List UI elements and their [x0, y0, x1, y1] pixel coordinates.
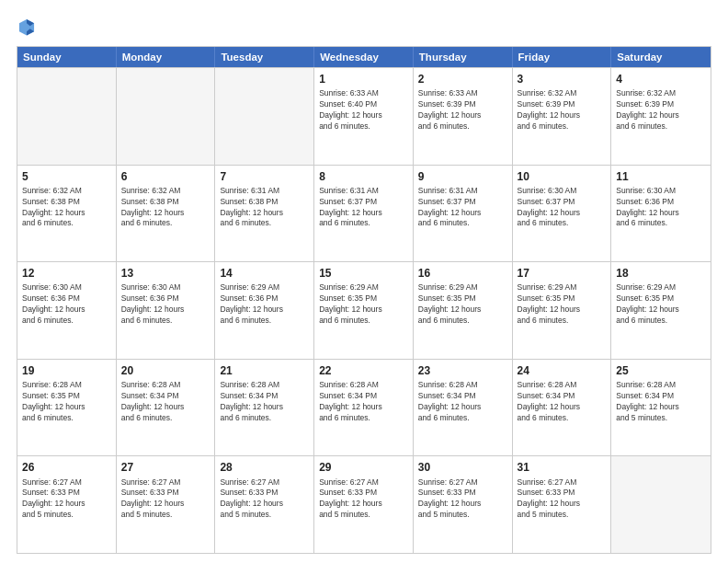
day-number: 7 — [220, 169, 309, 184]
day-number: 30 — [418, 460, 507, 475]
day-info: Sunrise: 6:30 AM Sunset: 6:36 PM Dayligh… — [22, 282, 111, 327]
weekday-header: Friday — [513, 47, 612, 67]
day-cell: 28Sunrise: 6:27 AM Sunset: 6:33 PM Dayli… — [215, 456, 314, 553]
day-cell: 23Sunrise: 6:28 AM Sunset: 6:34 PM Dayli… — [414, 360, 513, 456]
day-cell: 27Sunrise: 6:27 AM Sunset: 6:33 PM Dayli… — [117, 456, 216, 553]
day-cell: 4Sunrise: 6:32 AM Sunset: 6:39 PM Daylig… — [611, 68, 711, 165]
calendar-week: 1Sunrise: 6:33 AM Sunset: 6:40 PM Daylig… — [17, 67, 711, 165]
day-number: 29 — [319, 460, 408, 475]
day-number: 15 — [319, 266, 408, 281]
day-info: Sunrise: 6:29 AM Sunset: 6:36 PM Dayligh… — [220, 282, 309, 327]
day-cell: 21Sunrise: 6:28 AM Sunset: 6:34 PM Dayli… — [215, 360, 314, 456]
day-cell: 8Sunrise: 6:31 AM Sunset: 6:37 PM Daylig… — [314, 166, 414, 262]
day-cell: 10Sunrise: 6:30 AM Sunset: 6:37 PM Dayli… — [513, 166, 612, 262]
day-cell: 3Sunrise: 6:32 AM Sunset: 6:39 PM Daylig… — [513, 68, 612, 165]
calendar-header: SundayMondayTuesdayWednesdayThursdayFrid… — [17, 47, 711, 67]
page: SundayMondayTuesdayWednesdayThursdayFrid… — [0, 0, 728, 563]
day-info: Sunrise: 6:27 AM Sunset: 6:33 PM Dayligh… — [121, 477, 210, 522]
day-cell: 12Sunrise: 6:30 AM Sunset: 6:36 PM Dayli… — [17, 262, 117, 359]
empty-cell — [17, 68, 117, 165]
day-info: Sunrise: 6:31 AM Sunset: 6:38 PM Dayligh… — [220, 186, 309, 230]
day-cell: 1Sunrise: 6:33 AM Sunset: 6:40 PM Daylig… — [314, 68, 414, 165]
day-number: 17 — [518, 266, 607, 281]
day-cell: 13Sunrise: 6:30 AM Sunset: 6:36 PM Dayli… — [117, 262, 216, 359]
day-cell: 20Sunrise: 6:28 AM Sunset: 6:34 PM Dayli… — [117, 360, 216, 456]
day-number: 3 — [518, 72, 607, 86]
day-cell: 9Sunrise: 6:31 AM Sunset: 6:37 PM Daylig… — [414, 166, 513, 262]
day-info: Sunrise: 6:27 AM Sunset: 6:33 PM Dayligh… — [22, 477, 111, 522]
empty-cell — [215, 68, 314, 165]
day-info: Sunrise: 6:32 AM Sunset: 6:38 PM Dayligh… — [121, 186, 210, 230]
day-info: Sunrise: 6:29 AM Sunset: 6:35 PM Dayligh… — [518, 282, 607, 327]
day-cell: 2Sunrise: 6:33 AM Sunset: 6:39 PM Daylig… — [414, 68, 513, 165]
day-info: Sunrise: 6:27 AM Sunset: 6:33 PM Dayligh… — [418, 477, 507, 522]
day-info: Sunrise: 6:32 AM Sunset: 6:39 PM Dayligh… — [518, 88, 607, 132]
day-info: Sunrise: 6:32 AM Sunset: 6:39 PM Dayligh… — [616, 88, 706, 132]
day-number: 4 — [616, 72, 706, 86]
day-info: Sunrise: 6:28 AM Sunset: 6:34 PM Dayligh… — [616, 380, 706, 424]
day-number: 16 — [418, 266, 507, 281]
calendar-week: 26Sunrise: 6:27 AM Sunset: 6:33 PM Dayli… — [17, 455, 711, 553]
day-number: 2 — [418, 72, 507, 86]
calendar-week: 19Sunrise: 6:28 AM Sunset: 6:35 PM Dayli… — [17, 359, 711, 456]
day-info: Sunrise: 6:28 AM Sunset: 6:34 PM Dayligh… — [418, 380, 507, 424]
day-info: Sunrise: 6:29 AM Sunset: 6:35 PM Dayligh… — [616, 282, 706, 327]
day-number: 10 — [518, 169, 607, 184]
weekday-header: Monday — [117, 47, 216, 67]
day-number: 14 — [220, 266, 309, 281]
calendar-body: 1Sunrise: 6:33 AM Sunset: 6:40 PM Daylig… — [17, 67, 711, 553]
day-cell: 26Sunrise: 6:27 AM Sunset: 6:33 PM Dayli… — [17, 456, 117, 553]
day-number: 9 — [418, 169, 507, 184]
day-cell: 7Sunrise: 6:31 AM Sunset: 6:38 PM Daylig… — [215, 166, 314, 262]
day-number: 23 — [418, 363, 507, 378]
day-number: 19 — [22, 363, 111, 378]
day-info: Sunrise: 6:30 AM Sunset: 6:36 PM Dayligh… — [616, 186, 706, 230]
weekday-header: Thursday — [414, 47, 513, 67]
day-cell: 15Sunrise: 6:29 AM Sunset: 6:35 PM Dayli… — [314, 262, 414, 359]
day-cell: 18Sunrise: 6:29 AM Sunset: 6:35 PM Dayli… — [611, 262, 711, 359]
day-info: Sunrise: 6:29 AM Sunset: 6:35 PM Dayligh… — [418, 282, 507, 327]
day-info: Sunrise: 6:31 AM Sunset: 6:37 PM Dayligh… — [418, 186, 507, 230]
day-number: 24 — [518, 363, 607, 378]
logo-icon — [17, 17, 37, 37]
day-cell: 25Sunrise: 6:28 AM Sunset: 6:34 PM Dayli… — [611, 360, 711, 456]
day-cell: 11Sunrise: 6:30 AM Sunset: 6:36 PM Dayli… — [611, 166, 711, 262]
day-number: 6 — [121, 169, 210, 184]
day-info: Sunrise: 6:32 AM Sunset: 6:38 PM Dayligh… — [22, 186, 111, 230]
day-info: Sunrise: 6:30 AM Sunset: 6:37 PM Dayligh… — [518, 186, 607, 230]
day-info: Sunrise: 6:33 AM Sunset: 6:40 PM Dayligh… — [319, 88, 408, 132]
calendar-week: 12Sunrise: 6:30 AM Sunset: 6:36 PM Dayli… — [17, 261, 711, 359]
day-info: Sunrise: 6:28 AM Sunset: 6:34 PM Dayligh… — [319, 380, 408, 424]
day-info: Sunrise: 6:27 AM Sunset: 6:33 PM Dayligh… — [518, 477, 607, 522]
weekday-header: Wednesday — [314, 47, 414, 67]
day-number: 21 — [220, 363, 309, 378]
day-number: 28 — [220, 460, 309, 475]
day-cell: 30Sunrise: 6:27 AM Sunset: 6:33 PM Dayli… — [414, 456, 513, 553]
day-number: 22 — [319, 363, 408, 378]
weekday-header: Sunday — [17, 47, 117, 67]
day-info: Sunrise: 6:30 AM Sunset: 6:36 PM Dayligh… — [121, 282, 210, 327]
day-number: 1 — [319, 72, 408, 86]
day-info: Sunrise: 6:28 AM Sunset: 6:34 PM Dayligh… — [518, 380, 607, 424]
empty-cell — [117, 68, 216, 165]
day-number: 27 — [121, 460, 210, 475]
day-cell: 29Sunrise: 6:27 AM Sunset: 6:33 PM Dayli… — [314, 456, 414, 553]
day-cell: 14Sunrise: 6:29 AM Sunset: 6:36 PM Dayli… — [215, 262, 314, 359]
day-number: 5 — [22, 169, 111, 184]
weekday-header: Saturday — [611, 47, 711, 67]
day-cell: 16Sunrise: 6:29 AM Sunset: 6:35 PM Dayli… — [414, 262, 513, 359]
day-info: Sunrise: 6:27 AM Sunset: 6:33 PM Dayligh… — [220, 477, 309, 522]
day-info: Sunrise: 6:28 AM Sunset: 6:35 PM Dayligh… — [22, 380, 111, 424]
calendar: SundayMondayTuesdayWednesdayThursdayFrid… — [17, 46, 711, 554]
day-number: 31 — [518, 460, 607, 475]
day-cell: 17Sunrise: 6:29 AM Sunset: 6:35 PM Dayli… — [513, 262, 612, 359]
calendar-week: 5Sunrise: 6:32 AM Sunset: 6:38 PM Daylig… — [17, 165, 711, 262]
day-info: Sunrise: 6:33 AM Sunset: 6:39 PM Dayligh… — [418, 88, 507, 132]
day-number: 25 — [616, 363, 706, 378]
day-cell: 19Sunrise: 6:28 AM Sunset: 6:35 PM Dayli… — [17, 360, 117, 456]
day-cell: 22Sunrise: 6:28 AM Sunset: 6:34 PM Dayli… — [314, 360, 414, 456]
day-number: 20 — [121, 363, 210, 378]
day-info: Sunrise: 6:29 AM Sunset: 6:35 PM Dayligh… — [319, 282, 408, 327]
day-cell: 31Sunrise: 6:27 AM Sunset: 6:33 PM Dayli… — [513, 456, 612, 553]
day-cell: 5Sunrise: 6:32 AM Sunset: 6:38 PM Daylig… — [17, 166, 117, 262]
